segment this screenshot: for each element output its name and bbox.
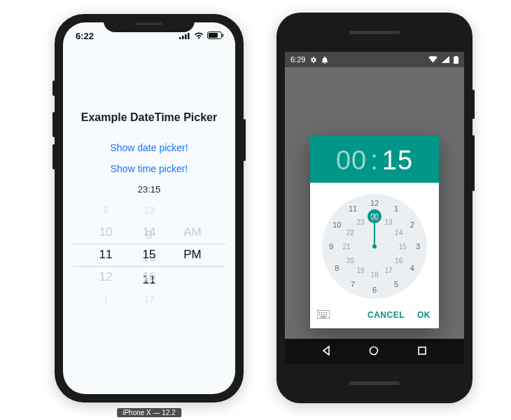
wifi-icon — [428, 56, 438, 63]
svg-rect-12 — [318, 314, 320, 316]
svg-rect-13 — [321, 314, 323, 316]
clock-outer-hour[interactable]: 3 — [411, 239, 425, 253]
clock-outer-hour[interactable]: 10 — [330, 218, 344, 232]
ios-picker-ampm-column[interactable]: . . AM PM . — [171, 202, 214, 281]
clock-outer-hour[interactable]: 11 — [346, 202, 360, 216]
svg-rect-2 — [185, 34, 187, 39]
android-status-bar: 6:29 — [285, 52, 464, 67]
selected-hour[interactable]: 00 — [336, 146, 367, 176]
pixel-earpiece — [349, 31, 400, 34]
svg-rect-14 — [323, 314, 325, 316]
battery-icon — [454, 56, 458, 64]
clock-center — [372, 244, 377, 248]
svg-rect-11 — [326, 312, 327, 314]
battery-icon — [207, 31, 223, 41]
svg-rect-6 — [223, 34, 224, 37]
svg-rect-18 — [419, 347, 426, 354]
signal-icon — [442, 56, 449, 63]
home-icon[interactable] — [368, 345, 381, 358]
recents-icon[interactable] — [416, 345, 429, 358]
android-navigation-bar — [285, 339, 464, 364]
clock-inner-hour[interactable]: 23 — [354, 215, 368, 229]
wifi-icon — [194, 31, 204, 41]
iphone-volume-down — [52, 144, 55, 169]
svg-rect-16 — [321, 316, 326, 317]
settings-icon — [309, 56, 317, 64]
clock-inner-hour[interactable]: 00 — [368, 211, 382, 225]
clock-outer-hour[interactable]: 9 — [324, 239, 338, 253]
clock-outer-hour[interactable]: 2 — [405, 218, 419, 232]
iphone-side-button — [244, 119, 246, 161]
ios-picker-minute-column[interactable]: 12 13 14 15 16 17 18 — [127, 202, 171, 281]
svg-rect-15 — [326, 314, 327, 316]
device-caption: iPhone X — 12.2 — [117, 408, 181, 417]
clock-outer-hour[interactable]: 4 — [405, 261, 419, 275]
iphone-mute-switch — [52, 80, 55, 96]
svg-rect-1 — [182, 36, 184, 39]
selected-minute[interactable]: 15 — [382, 146, 413, 176]
dialog-header: 00 : 15 — [310, 136, 439, 183]
notification-icon — [321, 56, 328, 64]
iphone-screen: 6:22 Example DateTime Picker Show date p… — [63, 22, 235, 394]
svg-rect-9 — [321, 312, 323, 314]
back-icon[interactable] — [321, 345, 333, 358]
clock-outer-hour[interactable]: 1 — [389, 202, 403, 216]
cancel-button[interactable]: CANCEL — [368, 310, 405, 320]
svg-rect-3 — [188, 33, 190, 39]
ios-time-picker[interactable]: 8 9 10 11 8 9 10 11 — [73, 202, 225, 307]
iphone-volume-up — [52, 112, 55, 137]
clock-outer-hour[interactable]: 5 — [389, 277, 403, 291]
iphone-notch — [104, 14, 195, 32]
ok-button[interactable]: OK — [417, 310, 430, 320]
pixel-2-device: 6:29 — [276, 13, 472, 403]
svg-rect-0 — [179, 37, 181, 39]
pixel-power-button — [472, 90, 475, 119]
clock-inner-hour[interactable]: 20 — [343, 253, 357, 267]
clock-outer-hour[interactable]: 12 — [368, 196, 382, 210]
pixel-volume-rocker — [472, 135, 475, 191]
selected-time-label: 23:15 — [63, 184, 235, 195]
clock-inner-hour[interactable]: 21 — [340, 239, 354, 253]
android-clock: 6:29 — [290, 55, 305, 64]
pixel-screen: 6:29 — [285, 52, 464, 364]
clock-face[interactable]: 00 1212345678910110013141516171819202122… — [322, 194, 427, 299]
iphone-x-device: 6:22 Example DateTime Picker Show date p… — [55, 14, 244, 402]
svg-rect-5 — [209, 33, 218, 38]
clock-outer-hour[interactable]: 6 — [368, 283, 382, 297]
time-colon: : — [370, 146, 379, 176]
ios-picker-hour-column[interactable]: 8 9 10 11 12 1 — [84, 202, 127, 281]
android-time-picker-dialog: 00 : 15 00 12123456789101100131415161718… — [310, 136, 439, 328]
svg-rect-8 — [318, 312, 320, 314]
clock-outer-hour[interactable]: 8 — [330, 261, 344, 275]
clock-outer-hour[interactable]: 7 — [346, 277, 360, 291]
page-title: Example DateTime Picker — [63, 111, 235, 124]
clock-inner-hour[interactable]: 15 — [396, 239, 410, 253]
svg-point-17 — [370, 347, 378, 355]
svg-rect-10 — [323, 312, 325, 314]
clock-inner-hour[interactable]: 17 — [382, 264, 396, 278]
show-time-picker-button[interactable]: Show time picker! — [63, 163, 235, 174]
keyboard-icon[interactable] — [317, 309, 330, 321]
show-date-picker-button[interactable]: Show date picker! — [63, 142, 235, 153]
pixel-speaker — [349, 382, 400, 385]
clock-inner-hour[interactable]: 18 — [368, 267, 382, 281]
ios-clock: 6:22 — [76, 31, 94, 41]
clock-inner-hour[interactable]: 14 — [392, 225, 406, 239]
